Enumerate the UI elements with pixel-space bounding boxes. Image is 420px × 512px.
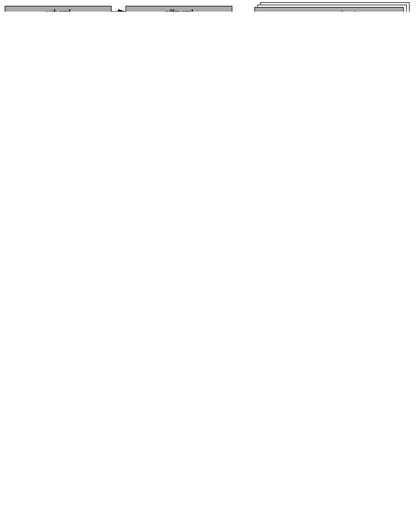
webxml-title: web.xml [5,6,111,12]
webxml-box: web.xml ... <filter> <filter-name>adfBin… [5,6,112,12]
adfm-title: adfm.xml [126,6,232,12]
jspx-title: <pagename>.jspx* [255,8,403,12]
jspx-box: <pagename>.jspx* ... <af:xxx ... rows=#{… [254,7,404,12]
adfm-box: adfm.xml <MetaDataDirectory> ... <DataBi… [125,6,232,12]
